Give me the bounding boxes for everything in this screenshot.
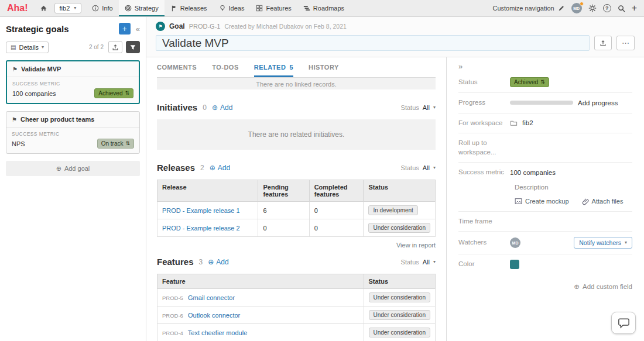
goal-card-cheer-up-product-teams[interactable]: ⚑ Cheer up product teams SUCCESS METRIC … bbox=[6, 111, 140, 154]
feature-status-badge[interactable]: Under consideration bbox=[369, 328, 431, 337]
attach-files-label: Attach files bbox=[592, 198, 624, 205]
nav-item-info[interactable]: Info bbox=[86, 0, 118, 16]
tab-comments[interactable]: COMMENTS bbox=[157, 57, 197, 77]
add-goal-plus-button[interactable]: + bbox=[119, 23, 131, 35]
collapse-sidebar-button[interactable]: « bbox=[136, 25, 140, 33]
aha-logo[interactable]: Aha! bbox=[6, 0, 34, 16]
mockup-image-icon bbox=[515, 198, 522, 205]
release-status-badge[interactable]: In development bbox=[368, 205, 417, 215]
status-filter-value: All bbox=[423, 259, 430, 266]
success-metric-value: NPS bbox=[12, 140, 97, 147]
status-dropdown[interactable]: Achieved ⇅ bbox=[510, 77, 549, 87]
share-button[interactable] bbox=[594, 36, 612, 50]
feature-link[interactable]: Gmail connector bbox=[188, 294, 235, 301]
quick-add-button[interactable]: + bbox=[632, 3, 637, 13]
more-actions-button[interactable]: ⋯ bbox=[616, 36, 635, 50]
settings-button[interactable] bbox=[588, 4, 597, 12]
feature-link[interactable]: Text cheefier module bbox=[188, 329, 248, 336]
linked-records-empty-text: There are no linked records. bbox=[256, 81, 337, 88]
features-title: Features bbox=[157, 257, 194, 267]
workspace-field-label: For workspace bbox=[458, 119, 510, 128]
add-feature-button[interactable]: ⊕ Add bbox=[208, 258, 228, 266]
success-metric-label: SUCCESS METRIC bbox=[12, 81, 133, 87]
table-row: PROD-5 Gmail connector Under considerati… bbox=[157, 289, 436, 306]
goal-status-badge[interactable]: On track ⇅ bbox=[97, 139, 134, 149]
updown-arrows-icon: ⇅ bbox=[540, 80, 545, 85]
feature-link[interactable]: Outlook connector bbox=[188, 312, 240, 319]
color-swatch[interactable] bbox=[510, 260, 519, 269]
add-initiative-button[interactable]: ⊕ Add bbox=[212, 104, 232, 112]
help-button[interactable]: ? bbox=[603, 4, 611, 12]
release-link[interactable]: PROD - Example release 2 bbox=[162, 225, 240, 232]
releases-count: 2 bbox=[200, 164, 204, 172]
status-field-label: Status bbox=[458, 78, 510, 87]
linked-records-empty-state: There are no linked records. bbox=[157, 78, 436, 89]
export-icon bbox=[112, 44, 119, 51]
goal-title-input[interactable] bbox=[156, 35, 590, 51]
nav-item-releases[interactable]: Releases bbox=[165, 0, 213, 16]
release-link[interactable]: PROD - Example release 1 bbox=[162, 207, 240, 214]
add-progress-link[interactable]: Add progress bbox=[578, 99, 618, 106]
success-metric-value[interactable]: 100 companies bbox=[510, 169, 556, 176]
releases-status-filter[interactable]: Status All ▾ bbox=[401, 164, 436, 171]
features-status-filter[interactable]: Status All ▾ bbox=[401, 259, 436, 266]
page-title: Strategic goals bbox=[6, 24, 119, 34]
goals-count: 2 of 2 bbox=[89, 44, 104, 50]
release-status-badge[interactable]: Under consideration bbox=[368, 223, 430, 233]
workspace-selector[interactable]: fib2 ▾ bbox=[54, 3, 82, 13]
rollup-field-label: Roll up to workspace... bbox=[458, 139, 510, 157]
completed-features-value: 0 bbox=[309, 219, 364, 237]
customize-navigation-button[interactable]: Customize navigation bbox=[492, 5, 564, 12]
features-section-header: Features 3 ⊕ Add Status All ▾ bbox=[157, 257, 436, 267]
nav-item-features[interactable]: Features bbox=[250, 0, 297, 16]
field-rollup[interactable]: Roll up to workspace... bbox=[458, 133, 632, 163]
home-button[interactable] bbox=[34, 0, 53, 16]
watcher-avatar[interactable]: MD bbox=[510, 237, 520, 248]
add-release-button[interactable]: ⊕ Add bbox=[210, 164, 230, 172]
initiatives-status-filter[interactable]: Status All ▾ bbox=[401, 104, 436, 111]
goal-status-badge[interactable]: Achieved ⇅ bbox=[94, 88, 133, 98]
status-value: Achieved bbox=[514, 79, 538, 85]
nav-item-roadmaps[interactable]: Roadmaps bbox=[297, 0, 350, 16]
success-metric-value: 100 companies bbox=[12, 90, 94, 97]
create-mockup-button[interactable]: Create mockup bbox=[515, 198, 569, 205]
releases-header-release: Release bbox=[157, 180, 258, 202]
attach-files-button[interactable]: Attach files bbox=[582, 198, 624, 205]
nav-item-label: Info bbox=[102, 5, 112, 12]
ideas-lightbulb-icon bbox=[219, 5, 226, 12]
export-button[interactable] bbox=[108, 41, 122, 53]
tab-related[interactable]: RELATED 5 bbox=[254, 57, 293, 77]
more-icon: ⋯ bbox=[622, 39, 629, 47]
success-metric-description[interactable]: Description bbox=[458, 182, 632, 197]
paperclip-icon bbox=[582, 198, 589, 205]
notify-watchers-button[interactable]: Notify watchers ▾ bbox=[574, 237, 632, 249]
feature-status-badge[interactable]: Under consideration bbox=[369, 292, 431, 302]
workspace-value-link[interactable]: fib2 bbox=[522, 119, 533, 126]
releases-view-in-report-link[interactable]: View in report bbox=[157, 242, 436, 249]
add-goal-button[interactable]: ⊕ Add goal bbox=[6, 161, 140, 176]
collapse-panel-button[interactable]: » bbox=[458, 62, 632, 71]
feature-status-badge[interactable]: Under consideration bbox=[369, 310, 431, 320]
goal-card-validate-mvp[interactable]: ⚑ Validate MVP SUCCESS METRIC 100 compan… bbox=[6, 60, 140, 104]
table-row: PROD-4 Text cheefier module Under consid… bbox=[157, 324, 436, 341]
export-icon bbox=[600, 40, 607, 47]
goal-type-icon: ⚑ bbox=[156, 22, 165, 31]
feature-reference: PROD-5 bbox=[162, 295, 183, 301]
search-button[interactable] bbox=[618, 5, 625, 12]
nav-item-strategy[interactable]: Strategy bbox=[119, 0, 165, 16]
releases-header-completed: Completed features bbox=[309, 180, 364, 202]
filter-button[interactable] bbox=[126, 41, 140, 53]
color-field-label: Color bbox=[458, 260, 510, 269]
chat-support-button[interactable] bbox=[611, 312, 636, 334]
table-row: PROD - Example release 1 6 0 In developm… bbox=[157, 202, 436, 219]
field-time-frame[interactable]: Time frame bbox=[458, 212, 632, 232]
caret-down-icon: ▾ bbox=[433, 105, 436, 110]
tab-history[interactable]: HISTORY bbox=[309, 57, 339, 77]
add-custom-field-link[interactable]: ⊕ Add custom field bbox=[458, 274, 632, 299]
tab-todos[interactable]: TO-DOS bbox=[212, 57, 239, 77]
record-type-label: Goal bbox=[169, 22, 185, 30]
goals-sidebar: Strategic goals + « ▤ Details ▾ 2 of 2 ⚑… bbox=[0, 17, 146, 341]
nav-item-ideas[interactable]: Ideas bbox=[213, 0, 251, 16]
user-avatar[interactable]: MD bbox=[571, 3, 582, 13]
details-view-dropdown[interactable]: ▤ Details ▾ bbox=[6, 42, 49, 53]
